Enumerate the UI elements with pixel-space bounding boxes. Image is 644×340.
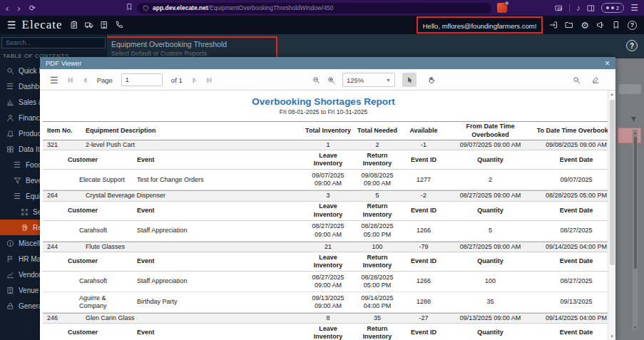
sidebar-item-icon: ☰ xyxy=(6,82,14,91)
zoom-level-select[interactable]: 125% ▼ xyxy=(342,73,395,87)
cell: 1288 xyxy=(402,292,446,312)
cell: 09/14/2025 04:00 PM xyxy=(535,242,615,252)
scroll-down-icon[interactable]: ▼ xyxy=(608,334,615,339)
search-icon[interactable] xyxy=(573,76,581,84)
browser-forward-icon[interactable]: › xyxy=(17,3,20,14)
detail-row: Aguirre & CompanyBirthday Party09/13/202… xyxy=(43,292,615,313)
sidebar-item-icon xyxy=(6,255,14,263)
select-tool-icon[interactable] xyxy=(402,73,416,87)
detail-row: CarahsoftStaff Appreciation08/27/2025 09… xyxy=(43,272,615,292)
page-number-input[interactable] xyxy=(121,73,163,86)
last-page-icon[interactable] xyxy=(206,77,213,83)
truck-icon[interactable] xyxy=(85,21,93,29)
sidebar-item-icon xyxy=(13,177,21,185)
megaphone-icon[interactable] xyxy=(596,21,605,29)
cell: 3 xyxy=(303,191,353,200)
chevron-down-icon: ▼ xyxy=(386,78,391,83)
page-of-label: of 1 xyxy=(171,76,183,84)
search-input[interactable] xyxy=(1,37,106,48)
cell: -27 xyxy=(402,314,446,323)
detail-row: Elecate SupportTest for Change Orders09/… xyxy=(43,170,615,190)
sidebar-item-icon xyxy=(20,208,29,216)
cell: Return Inventory xyxy=(353,150,402,169)
cell: 2-level Push Cart xyxy=(84,140,303,150)
sidebar-item-icon xyxy=(6,98,14,106)
app-logo: Elecate xyxy=(22,18,63,32)
pdf-scrollbar[interactable]: ▲ ▼ xyxy=(608,91,615,340)
logout-icon[interactable] xyxy=(549,21,558,29)
cell: Staff Appreciation xyxy=(136,221,303,241)
scroll-up-icon[interactable]: ▲ xyxy=(633,130,638,135)
scrollbar-thumb[interactable] xyxy=(610,100,615,265)
cell: 08/27/2025 xyxy=(535,221,615,241)
scroll-down-icon[interactable]: ▼ xyxy=(633,325,638,329)
cell: 244 xyxy=(43,242,84,252)
pdf-titlebar[interactable]: PDF Viewer × xyxy=(40,57,615,69)
cell: 2 xyxy=(446,170,535,190)
zoom-level-value: 125% xyxy=(347,76,364,84)
site-info-icon[interactable] xyxy=(143,5,149,11)
next-page-icon[interactable] xyxy=(191,77,198,83)
signature-pen-icon[interactable] xyxy=(592,76,600,84)
cell xyxy=(43,252,66,271)
cell: Staff Appreciation xyxy=(136,272,303,292)
cell: 08/27/2025 09:00 AM xyxy=(303,221,353,241)
storefront-icon[interactable] xyxy=(100,21,108,29)
cell: Leave Inventory xyxy=(303,252,353,271)
pdf-viewer-window: PDF Viewer × ☰ Page of 1 125% ▼ xyxy=(40,57,615,340)
filter-funnel-icon[interactable] xyxy=(630,115,638,123)
extension-icon[interactable] xyxy=(497,3,507,13)
highlighted-grid-cell xyxy=(618,128,641,143)
cell: 09/08/2025 09:00 AM xyxy=(353,170,402,190)
gear-icon[interactable]: ⚙ xyxy=(581,20,589,31)
url-domain: app.dev.elecate.net xyxy=(153,4,208,11)
cell: 08/28/2025 05:00 PM xyxy=(353,272,402,292)
previous-page-icon[interactable] xyxy=(82,77,88,83)
phone-icon[interactable] xyxy=(115,21,123,29)
address-bar[interactable]: app.dev.elecate.net/EquipmentOverbooking… xyxy=(137,3,491,14)
cell: 1266 xyxy=(402,221,446,241)
zoom-in-icon[interactable] xyxy=(327,76,335,84)
cell: Total Inventory xyxy=(303,122,353,140)
bookmark-icon[interactable] xyxy=(126,3,133,11)
cell: 09/14/2025 04:00 PM xyxy=(535,314,615,323)
close-icon[interactable]: × xyxy=(605,59,610,68)
cell: 08/27/2025 09:00 AM xyxy=(446,242,535,252)
header-row: CustomerEventLeave InventoryReturn Inven… xyxy=(43,202,615,221)
app-menu-icon[interactable]: ☰ xyxy=(7,19,16,31)
cell: 1277 xyxy=(402,170,446,190)
clipboard-icon[interactable] xyxy=(70,21,78,29)
first-page-icon[interactable] xyxy=(67,77,73,83)
cell: 21 xyxy=(303,242,353,252)
background-scrollbar[interactable]: ▲ ▼ xyxy=(633,130,638,330)
tab-count-pill[interactable]: 2 xyxy=(601,3,624,13)
help-bubble-icon[interactable]: ? xyxy=(626,40,638,51)
browser-reload-icon[interactable]: ⟳ xyxy=(29,4,36,13)
zoom-out-icon[interactable] xyxy=(312,76,320,84)
scroll-up-icon[interactable]: ▲ xyxy=(608,92,615,96)
sidebar-item-icon xyxy=(6,67,14,75)
scrollbar-thumb[interactable] xyxy=(634,137,637,269)
cell: 264 xyxy=(43,191,84,200)
sidebar-panel-icon[interactable] xyxy=(587,4,595,12)
background-grid-strip: ▲ ▼ xyxy=(615,58,644,340)
browser-back-icon[interactable]: ‹ xyxy=(6,3,9,14)
toolbar-menu-icon[interactable]: ☰ xyxy=(50,75,58,86)
folder-icon[interactable] xyxy=(565,21,573,29)
sidebar-item-icon xyxy=(6,287,14,294)
help-icon[interactable]: ? xyxy=(628,21,637,30)
cell: 321 xyxy=(43,140,84,150)
browser-menu-icon[interactable]: ☰ xyxy=(630,3,638,13)
cell: -2 xyxy=(402,191,446,200)
dimmed-toolbar-box xyxy=(619,84,641,94)
group-row: 244Flute Glasses21100-7908/27/2025 09:00… xyxy=(43,242,615,252)
cell: Total Needed xyxy=(353,122,402,140)
cell: Leave Inventory xyxy=(303,324,353,340)
bookmark-flag-icon[interactable] xyxy=(612,21,620,29)
music-player-icon[interactable]: ♪ xyxy=(576,4,581,12)
picture-in-picture-icon[interactable] xyxy=(555,4,563,12)
cell: Carahsoft xyxy=(66,272,136,292)
hand-tool-icon[interactable] xyxy=(424,73,438,87)
cell: Event ID xyxy=(402,202,446,220)
cell: -1 xyxy=(402,140,446,150)
